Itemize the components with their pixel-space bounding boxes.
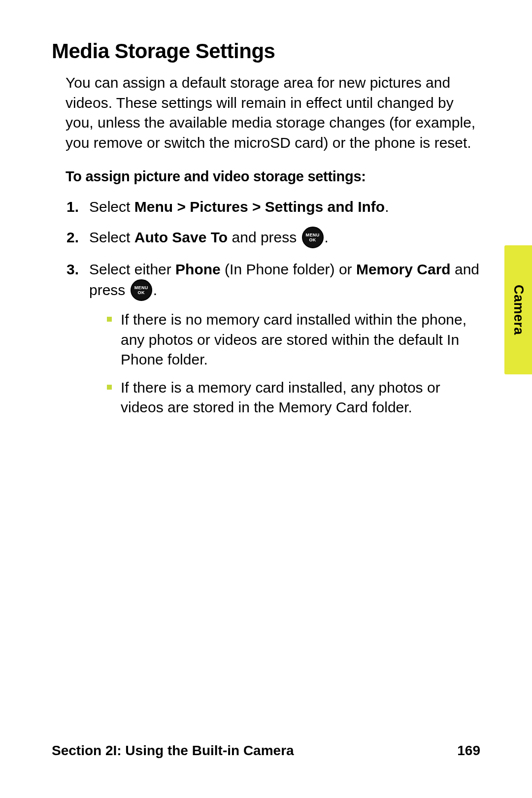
step-text: and press [228, 229, 300, 245]
step-bold: Menu > Pictures > Settings and Info [134, 199, 385, 215]
step-text: Select [89, 199, 134, 215]
side-tab: Camera [504, 245, 532, 374]
step-text: . [153, 282, 157, 298]
step-number: 1. [66, 197, 79, 217]
menu-ok-key-icon: MENU OK [302, 227, 324, 248]
menu-ok-key-icon: MENU OK [131, 279, 152, 301]
key-top-label: MENU [134, 286, 148, 290]
sub-bullet: If there is no memory card installed wit… [107, 310, 480, 370]
step-number: 2. [66, 227, 79, 248]
step-text: . [325, 229, 329, 245]
page-footer: Section 2I: Using the Built-in Camera 16… [52, 743, 480, 759]
step-bold: Auto Save To [134, 229, 228, 245]
intro-paragraph: You can assign a default storage area fo… [66, 73, 480, 153]
footer-page-number: 169 [457, 743, 480, 759]
key-top-label: MENU [306, 233, 320, 237]
step-text: Select either [89, 261, 175, 277]
page-heading: Media Storage Settings [52, 39, 480, 63]
subheading: To assign picture and video storage sett… [66, 168, 480, 185]
step-text: Select [89, 229, 134, 245]
step-text: (In Phone folder) or [221, 261, 356, 277]
key-bottom-label: OK [309, 238, 316, 242]
side-tab-label: Camera [511, 285, 526, 335]
step-text: . [385, 199, 389, 215]
step-2: 2. Select Auto Save To and press MENU OK… [66, 227, 480, 249]
steps-list: 1. Select Menu > Pictures > Settings and… [66, 197, 480, 418]
content-area: Media Storage Settings You can assign a … [52, 39, 480, 428]
step-3: 3. Select either Phone (In Phone folder)… [66, 259, 480, 418]
key-bottom-label: OK [138, 291, 145, 295]
sub-bullet-list: If there is no memory card installed wit… [107, 310, 480, 418]
step-bold: Memory Card [356, 261, 451, 277]
footer-section: Section 2I: Using the Built-in Camera [52, 743, 294, 759]
step-number: 3. [66, 259, 79, 280]
sub-bullet: If there is a memory card installed, any… [107, 378, 480, 418]
page: Media Storage Settings You can assign a … [0, 0, 532, 798]
step-bold: Phone [175, 261, 221, 277]
step-1: 1. Select Menu > Pictures > Settings and… [66, 197, 480, 217]
